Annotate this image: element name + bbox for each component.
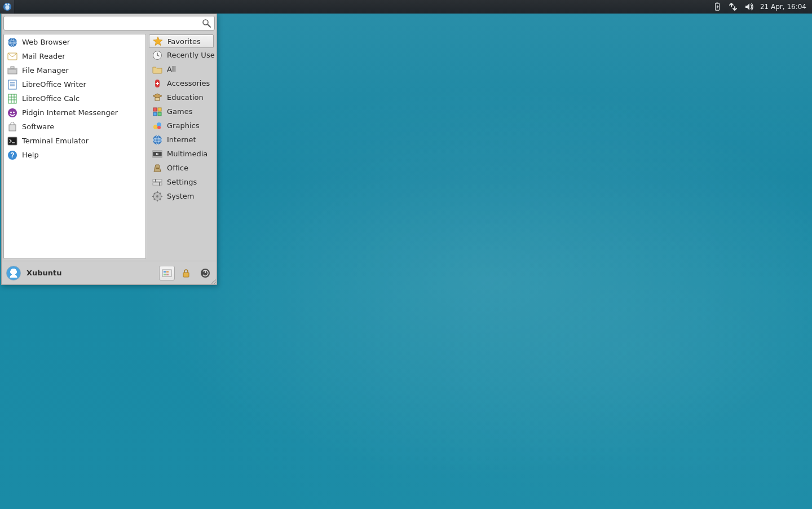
games-icon	[152, 107, 162, 117]
app-item-terminal-emulator[interactable]: Terminal Emulator	[4, 134, 145, 148]
app-item-file-manager[interactable]: File Manager	[4, 63, 145, 77]
category-label: Office	[167, 164, 188, 172]
category-label: Favorites	[167, 37, 201, 46]
category-education[interactable]: Education	[149, 90, 214, 104]
app-item-label: File Manager	[22, 66, 69, 74]
category-office[interactable]: Office	[149, 161, 214, 175]
app-item-label: Help	[22, 151, 39, 159]
app-item-mail-reader[interactable]: Mail Reader	[4, 49, 145, 63]
category-internet[interactable]: Internet	[149, 133, 214, 147]
app-item-libreoffice-writer[interactable]: LibreOffice Writer	[4, 77, 145, 91]
search-field-wrapper	[3, 16, 215, 30]
settings-icon	[152, 177, 162, 187]
category-graphics[interactable]: Graphics	[149, 119, 214, 133]
globe-icon	[7, 37, 17, 47]
clock[interactable]: 21 Apr, 16:04	[760, 3, 806, 11]
multimedia-icon	[152, 149, 162, 159]
doc-writer-icon	[7, 80, 17, 90]
network-indicator-icon[interactable]	[729, 2, 738, 11]
category-label: Internet	[167, 135, 196, 144]
volume-indicator-icon[interactable]	[744, 2, 753, 11]
category-label: System	[167, 192, 194, 200]
folder-icon	[152, 64, 162, 74]
doc-calc-icon	[7, 94, 17, 104]
category-all[interactable]: All	[149, 62, 214, 76]
category-label: Accessories	[167, 79, 210, 87]
applications-list[interactable]: Web BrowserMail ReaderFile ManagerLibreO…	[3, 34, 146, 259]
help-icon	[7, 150, 17, 160]
category-favorites[interactable]: Favorites	[149, 34, 214, 48]
app-item-label: Web Browser	[22, 38, 70, 46]
category-recently-used[interactable]: Recently Used	[149, 48, 214, 62]
menu-footer: Xubuntu	[2, 261, 217, 284]
category-label: Games	[167, 107, 192, 116]
power-icon	[200, 268, 210, 278]
lock-icon	[181, 268, 191, 278]
app-item-label: LibreOffice Writer	[22, 80, 86, 89]
category-multimedia[interactable]: Multimedia	[149, 147, 214, 161]
star-icon	[153, 36, 163, 46]
settings-panel-icon	[162, 268, 172, 278]
battery-indicator-icon[interactable]	[713, 2, 722, 11]
user-name-label: Xubuntu	[27, 269, 62, 277]
clock-icon	[152, 50, 162, 60]
terminal-icon	[7, 136, 17, 146]
category-accessories[interactable]: Accessories	[149, 76, 214, 90]
category-system[interactable]: System	[149, 189, 214, 203]
user-avatar-icon[interactable]	[6, 266, 21, 280]
swiss-icon	[152, 78, 162, 89]
software-bag-icon	[7, 122, 17, 132]
top-panel: 21 Apr, 16:04	[0, 0, 812, 14]
category-settings[interactable]: Settings	[149, 175, 214, 189]
app-item-help[interactable]: Help	[4, 148, 145, 162]
app-item-label: Software	[22, 122, 54, 131]
search-input[interactable]	[4, 16, 214, 30]
category-label: All	[167, 65, 176, 73]
office-icon	[152, 163, 162, 173]
whisker-menu: Web BrowserMail ReaderFile ManagerLibreO…	[1, 14, 217, 285]
folder-drawer-icon	[7, 65, 17, 76]
app-item-libreoffice-calc[interactable]: LibreOffice Calc	[4, 91, 145, 106]
category-games[interactable]: Games	[149, 104, 214, 119]
globe-icon	[152, 135, 162, 145]
app-item-web-browser[interactable]: Web Browser	[4, 35, 145, 49]
edu-icon	[152, 93, 162, 103]
categories-list[interactable]: FavoritesRecently UsedAllAccessoriesEduc…	[148, 34, 215, 259]
app-item-label: Pidgin Internet Messenger	[22, 108, 118, 117]
app-item-software[interactable]: Software	[4, 120, 145, 134]
search-icon	[202, 19, 211, 28]
app-item-pidgin-internet-messenger[interactable]: Pidgin Internet Messenger	[4, 106, 145, 120]
category-label: Settings	[167, 178, 197, 186]
pidgin-icon	[7, 108, 17, 118]
graphics-icon	[152, 121, 162, 131]
lock-screen-button[interactable]	[178, 266, 194, 280]
xubuntu-logo-icon	[3, 2, 12, 11]
category-label: Recently Used	[167, 51, 215, 59]
app-item-label: Mail Reader	[22, 52, 65, 60]
category-label: Graphics	[167, 121, 199, 130]
category-label: Multimedia	[167, 150, 208, 158]
system-gear-icon	[152, 191, 162, 201]
mail-icon	[7, 51, 17, 62]
category-label: Education	[167, 93, 204, 102]
resize-grip[interactable]	[209, 277, 216, 284]
all-settings-button[interactable]	[159, 266, 175, 280]
app-item-label: LibreOffice Calc	[22, 94, 80, 103]
app-item-label: Terminal Emulator	[22, 137, 89, 145]
whisker-menu-button[interactable]	[0, 0, 15, 14]
